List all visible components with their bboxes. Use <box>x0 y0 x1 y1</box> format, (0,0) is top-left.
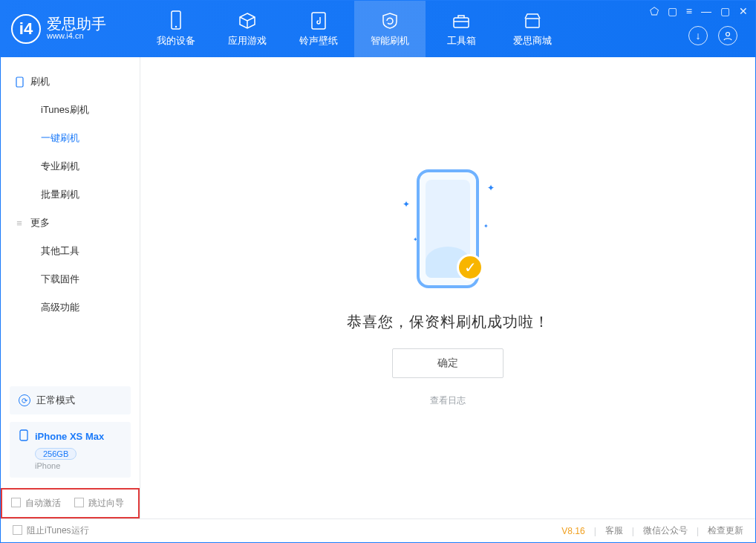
checkbox-skip-wizard[interactable]: 跳过向导 <box>74 497 124 510</box>
device-name: iPhone XS Max <box>35 431 104 442</box>
checkbox-block-itunes[interactable]: 阻止iTunes运行 <box>13 524 89 537</box>
success-message: 恭喜您，保资料刷机成功啦！ <box>347 312 550 332</box>
nav-label: 我的设备 <box>157 34 195 48</box>
device-type: iPhone <box>35 461 122 470</box>
menu-icon[interactable]: ≡ <box>686 5 692 17</box>
status-bar: 阻止iTunes运行 V8.16 | 客服 | 微信公众号 | 检查更新 <box>1 518 755 542</box>
mode-icon: ⟳ <box>19 394 30 406</box>
refresh-shield-icon <box>379 10 400 31</box>
device-mode-row[interactable]: ⟳ 正常模式 <box>10 386 131 414</box>
logo-icon: i4 <box>11 14 41 44</box>
minimize-button[interactable]: — <box>701 5 711 17</box>
svg-rect-4 <box>454 18 469 27</box>
svg-point-1 <box>175 26 177 27</box>
app-name-cn: 爱思助手 <box>47 16 106 31</box>
sidebar-section-more: ≡ 更多 <box>1 209 140 237</box>
svg-rect-6 <box>526 19 539 27</box>
topbar: i4 爱思助手 www.i4.cn 我的设备 应用游戏 <box>1 1 755 57</box>
nav-label: 智能刷机 <box>371 34 409 48</box>
sidebar-item-itunes-flash[interactable]: iTunes刷机 <box>1 96 140 124</box>
status-link-update[interactable]: 检查更新 <box>708 524 743 537</box>
sidebar-item-pro-flash[interactable]: 专业刷机 <box>1 152 140 181</box>
device-icon <box>166 10 186 31</box>
status-link-support[interactable]: 客服 <box>605 524 623 537</box>
highlighted-options: 自动激活 跳过向导 <box>1 488 140 518</box>
maximize-button[interactable]: ▢ <box>720 5 730 17</box>
phone-icon <box>19 429 29 443</box>
sidebar-item-advanced[interactable]: 高级功能 <box>1 293 140 322</box>
nav-ringtones[interactable]: 铃声壁纸 <box>283 1 354 57</box>
store-icon <box>522 10 543 31</box>
download-button[interactable]: ↓ <box>688 26 708 45</box>
list-icon: ≡ <box>14 218 25 228</box>
nav-label: 爱思商城 <box>513 34 552 48</box>
sidebar-section-flash: 刷机 <box>1 68 140 96</box>
svg-rect-8 <box>16 77 23 87</box>
success-illustration: ✦ ✦ ✦ ✦ ✓ <box>400 169 496 296</box>
status-link-wechat[interactable]: 微信公众号 <box>643 524 688 537</box>
sidebar-item-other-tools[interactable]: 其他工具 <box>1 237 140 265</box>
section-title: 更多 <box>30 216 50 230</box>
top-nav: 我的设备 应用游戏 铃声壁纸 智能刷机 <box>140 1 568 57</box>
feedback-icon[interactable]: ▢ <box>668 5 677 17</box>
sidebar-item-oneclick-flash[interactable]: 一键刷机 <box>1 124 140 152</box>
svg-rect-9 <box>20 430 27 440</box>
toolbox-icon <box>451 10 472 31</box>
sidebar-item-download-firmware[interactable]: 下载固件 <box>1 265 140 293</box>
main-content: ✦ ✦ ✦ ✦ ✓ 恭喜您，保资料刷机成功啦！ 确定 查看日志 <box>140 57 755 518</box>
sidebar-item-batch-flash[interactable]: 批量刷机 <box>1 181 140 209</box>
close-button[interactable]: ✕ <box>739 5 748 17</box>
nav-flash[interactable]: 智能刷机 <box>354 1 426 57</box>
version-label: V8.16 <box>561 526 584 536</box>
device-capacity: 256GB <box>35 448 76 460</box>
svg-point-7 <box>726 33 730 36</box>
nav-store[interactable]: 爱思商城 <box>497 1 568 57</box>
section-title: 刷机 <box>30 75 50 88</box>
ok-button[interactable]: 确定 <box>392 348 504 378</box>
nav-label: 铃声壁纸 <box>299 34 338 48</box>
app-name-en: www.i4.cn <box>47 31 106 41</box>
nav-mydevice[interactable]: 我的设备 <box>140 1 212 57</box>
music-icon <box>308 10 329 31</box>
check-icon: ✓ <box>457 254 483 281</box>
mode-label: 正常模式 <box>36 394 75 407</box>
device-card[interactable]: iPhone XS Max 256GB iPhone <box>10 422 131 478</box>
nav-label: 应用游戏 <box>228 34 267 48</box>
shirt-icon[interactable]: ⬠ <box>650 5 659 17</box>
view-log-link[interactable]: 查看日志 <box>430 394 466 407</box>
phone-icon <box>14 77 25 87</box>
nav-label: 工具箱 <box>447 34 476 48</box>
app-logo[interactable]: i4 爱思助手 www.i4.cn <box>1 1 140 57</box>
nav-toolbox[interactable]: 工具箱 <box>426 1 497 57</box>
account-button[interactable] <box>718 26 737 45</box>
nav-apps[interactable]: 应用游戏 <box>212 1 283 57</box>
titlebar-controls: ⬠ ▢ ≡ — ▢ ✕ <box>650 5 748 17</box>
cube-icon <box>237 10 258 31</box>
sidebar: 刷机 iTunes刷机 一键刷机 专业刷机 批量刷机 ≡ 更多 其他工具 下载固… <box>1 57 140 518</box>
checkbox-auto-activate[interactable]: 自动激活 <box>11 497 61 510</box>
